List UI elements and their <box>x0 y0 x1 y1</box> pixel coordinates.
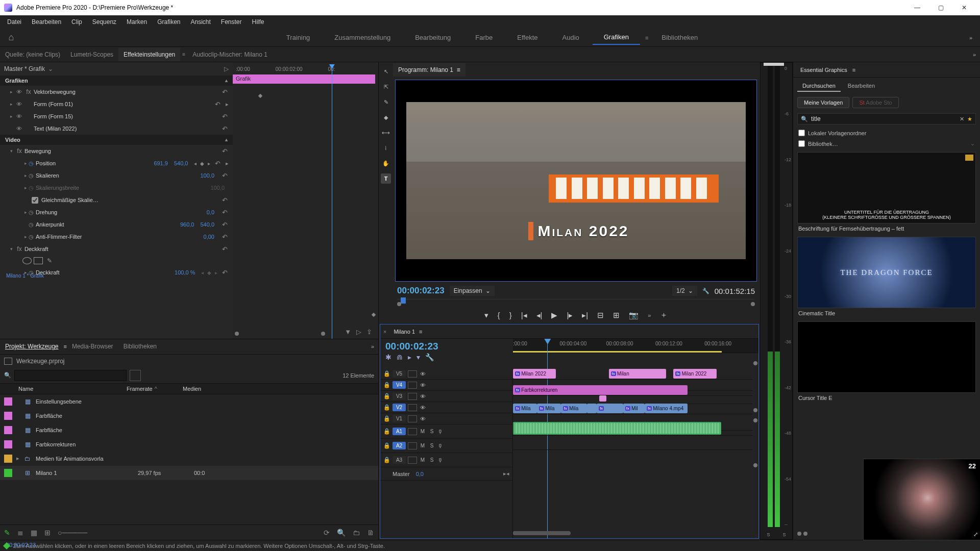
track-a2[interactable]: A2 <box>393 442 406 449</box>
clip[interactable]: fxMilano 4.mp4 <box>645 404 688 413</box>
val-opacity[interactable]: 100,0 % <box>175 269 195 276</box>
wrench-icon[interactable]: 🔧 <box>425 353 434 361</box>
prop-position[interactable]: Position <box>36 160 154 166</box>
check-local[interactable] <box>798 130 805 136</box>
track-target[interactable] <box>408 415 417 422</box>
close-button[interactable]: ✕ <box>952 0 976 15</box>
keyframe-diamond[interactable] <box>372 313 376 317</box>
meter-solo-l[interactable]: S <box>767 532 770 537</box>
clip[interactable]: fxMila <box>561 404 587 413</box>
template-item[interactable]: UNTERTITEL FÜR DIE ÜBERTRAGUNG (KLEINERE… <box>797 152 976 234</box>
template-item[interactable]: THE DRAGON FORCE Cinematic Title <box>797 237 976 318</box>
play-only-icon[interactable]: ▷ <box>224 65 229 72</box>
solo-icon[interactable]: S <box>428 429 435 434</box>
mark-out-icon[interactable]: } <box>509 311 512 319</box>
ws-effects[interactable]: Effekte <box>506 31 549 44</box>
val-scale[interactable]: 100,0 <box>200 172 214 179</box>
col-media[interactable]: Medien <box>183 386 374 392</box>
reset-icon[interactable]: ↶ <box>220 221 229 229</box>
track-v2[interactable]: V2 <box>393 404 406 411</box>
reset-icon[interactable]: ↶ <box>220 245 229 253</box>
track-target[interactable] <box>408 393 417 400</box>
val-pos-y[interactable]: 540,0 <box>174 160 188 166</box>
program-monitor[interactable]: Milan 2022 <box>395 80 757 282</box>
reset-icon[interactable]: ↶ <box>220 196 229 204</box>
play-icon[interactable]: ▷ <box>356 328 361 336</box>
goto-out-icon[interactable]: ▸| <box>582 311 588 320</box>
record-icon[interactable]: 🎙 <box>437 443 445 449</box>
tabs-overflow-icon[interactable]: » <box>367 343 378 349</box>
mini-clip-bar[interactable]: Grafik <box>233 74 375 84</box>
reset-icon[interactable]: ↶ <box>220 269 229 277</box>
expand-icon[interactable]: ⤢ <box>973 531 978 538</box>
master-track-label[interactable]: Master <box>383 471 410 477</box>
clip[interactable]: fx <box>597 404 623 413</box>
reset-icon[interactable]: ↶ <box>220 88 229 96</box>
clip[interactable]: fxMil <box>623 404 645 413</box>
project-row[interactable]: ▦Farbkorrekturen <box>0 437 378 452</box>
track-target[interactable] <box>408 428 417 435</box>
tabs-overflow-icon[interactable]: » <box>969 52 980 58</box>
reset-icon[interactable]: ↶ <box>213 160 222 167</box>
reset-icon[interactable]: ↶ <box>220 233 229 241</box>
clip[interactable]: fxMilan <box>609 369 667 379</box>
maximize-button[interactable]: ▢ <box>929 0 952 15</box>
ws-graphics[interactable]: Grafiken <box>593 30 640 45</box>
menu-grafiken[interactable]: Grafiken <box>152 16 185 28</box>
clip[interactable]: fxMila <box>513 404 537 413</box>
prop-form01[interactable]: Form (Form 01) <box>34 101 213 107</box>
record-icon[interactable]: 🎙 <box>437 457 445 463</box>
menu-hilfe[interactable]: Hilfe <box>247 16 270 28</box>
tab-lumetri[interactable]: Lumetri-Scopes <box>65 48 118 61</box>
solo-icon[interactable]: S <box>428 443 435 448</box>
project-row[interactable]: ▦Farbfläche <box>0 409 378 423</box>
timeline-scrollbar[interactable] <box>513 531 752 536</box>
tab-essential-graphics[interactable]: Essential Graphics <box>795 64 852 76</box>
scrub-handle[interactable] <box>401 297 406 304</box>
reset-icon[interactable]: ↶ <box>220 147 229 155</box>
extract-icon[interactable]: ⊞ <box>613 311 620 320</box>
track-target[interactable] <box>408 404 417 411</box>
project-row[interactable]: ▦Farbfläche <box>0 423 378 437</box>
new-item-icon[interactable]: 🗎 <box>367 529 374 537</box>
timeline-tc[interactable]: 00:00:02:23 <box>385 341 438 352</box>
reset-icon[interactable]: ↶ <box>220 209 229 216</box>
mute-icon[interactable]: M <box>419 429 426 434</box>
effect-mini-timeline[interactable]: :00:00 00:00:02:00 00: Grafik ▼ ▷ ⇪ <box>233 62 378 339</box>
clip[interactable]: fxMila <box>537 404 561 413</box>
minimize-button[interactable]: — <box>905 0 929 15</box>
pill-adobe-stock[interactable]: St Adobe Sto <box>852 97 898 108</box>
tab-menu-icon[interactable]: ≡ <box>180 52 187 57</box>
audio-clip[interactable]: fx <box>513 422 721 435</box>
track-target[interactable] <box>408 370 417 378</box>
zoom-dropdown[interactable]: 1/2⌄ <box>672 286 697 296</box>
mask-pen-icon[interactable]: ✎ <box>47 257 52 264</box>
track-target[interactable] <box>408 382 417 389</box>
menu-ansicht[interactable]: Ansicht <box>185 16 215 28</box>
menu-sequenz[interactable]: Sequenz <box>87 16 121 28</box>
project-row[interactable]: ▦Einstellungsebene <box>0 394 378 409</box>
reset-icon[interactable]: ↶ <box>220 125 229 133</box>
program-tc-left[interactable]: 00:00:02:23 <box>397 286 445 296</box>
clip[interactable] <box>587 404 597 413</box>
track-v3[interactable]: V3 <box>393 392 406 400</box>
tab-media-browser[interactable]: Media-Browser <box>67 340 118 353</box>
reset-icon[interactable]: ↶ <box>220 172 229 180</box>
section-grafiken[interactable]: Grafiken▴ <box>0 76 233 86</box>
play-icon[interactable]: ▶ <box>551 311 557 320</box>
prop-opacity[interactable]: Deckkraft <box>36 269 175 276</box>
mark-in-icon[interactable]: { <box>498 311 500 319</box>
clear-search-icon[interactable]: ✕ <box>960 116 964 122</box>
timeline-seq-name[interactable]: Milano 1 <box>389 327 419 337</box>
goto-in-icon[interactable]: |◂ <box>521 311 527 320</box>
ws-color[interactable]: Farbe <box>464 31 504 44</box>
view-icon[interactable] <box>130 370 141 381</box>
filter-icon[interactable]: ▼ <box>345 328 351 336</box>
clip[interactable]: fxMilan 2022 <box>513 369 556 379</box>
val-pos-x[interactable]: 691,9 <box>154 160 168 166</box>
track-target[interactable] <box>408 442 417 449</box>
prop-opacity-group[interactable]: Deckkraft <box>24 246 220 252</box>
val-anchor-x[interactable]: 960,0 <box>180 221 194 228</box>
eg-browse-tab[interactable]: Durchsuchen <box>797 81 841 92</box>
meter-solo-r[interactable]: S <box>782 532 786 537</box>
